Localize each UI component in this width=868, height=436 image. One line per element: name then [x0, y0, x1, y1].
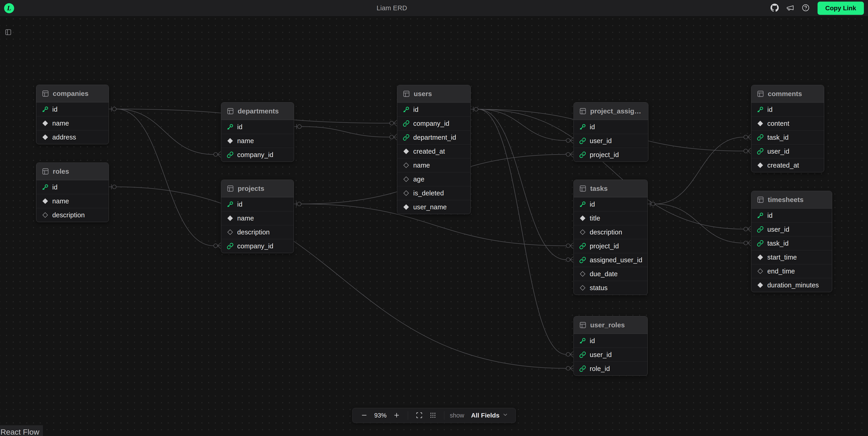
table-node-tasks[interactable]: tasksidtitledescriptionproject_idassigne… — [574, 180, 648, 295]
table-node-user_roles[interactable]: user_rolesiduser_idrole_id — [574, 316, 648, 376]
zoom-in-button[interactable] — [391, 408, 402, 423]
field-row-id: id — [221, 120, 294, 134]
field-name: id — [590, 337, 595, 345]
diagram-canvas[interactable]: companiesidnameaddressrolesidnamedescrip… — [0, 0, 868, 436]
table-header[interactable]: companies — [36, 85, 109, 102]
table-name: users — [414, 90, 432, 98]
field-name: id — [237, 123, 243, 131]
field-row-id: id — [36, 102, 109, 116]
table-node-project_assignments[interactable]: project_assignmentsiduser_idproject_id — [574, 102, 648, 162]
table-node-projects[interactable]: projectsidnamedescriptioncompany_id — [221, 180, 294, 253]
table-name: project_assignments — [590, 107, 642, 115]
table-icon — [579, 185, 587, 192]
table-node-departments[interactable]: departmentsidnamecompany_id — [221, 102, 294, 162]
table-node-comments[interactable]: commentsidcontenttask_iduser_idcreated_a… — [751, 85, 824, 173]
help-button[interactable] — [801, 3, 811, 13]
react-flow-attribution[interactable]: React Flow — [0, 425, 43, 436]
sidebar-toggle-button[interactable] — [4, 28, 13, 37]
plus-icon — [393, 412, 400, 419]
field-name: end_time — [767, 268, 795, 275]
field-row-name: name — [36, 116, 109, 130]
field-row-user_id: user_id — [751, 144, 824, 158]
show-mode-value: All Fields — [471, 412, 499, 419]
help-circle-icon — [802, 4, 810, 12]
field-row-duration_minutes: duration_minutes — [751, 278, 832, 292]
table-icon — [42, 168, 49, 175]
field-name: assigned_user_id — [590, 256, 643, 264]
field-name: id — [767, 106, 773, 114]
fit-view-button[interactable] — [413, 408, 425, 423]
not-null-icon — [42, 198, 49, 205]
field-name: id — [52, 184, 58, 191]
table-header[interactable]: users — [397, 85, 470, 102]
release-notes-button[interactable] — [785, 3, 795, 13]
megaphone-icon — [786, 4, 794, 12]
table-icon — [579, 107, 587, 115]
nullable-icon — [403, 176, 410, 183]
field-name: id — [767, 212, 773, 219]
table-header[interactable]: departments — [221, 102, 294, 120]
show-mode-dropdown[interactable]: All Fields — [470, 412, 509, 419]
nullable-icon — [757, 268, 764, 275]
field-row-title: title — [574, 211, 647, 225]
toolbar-divider — [408, 411, 408, 420]
not-null-icon — [757, 254, 764, 261]
table-icon — [757, 90, 764, 97]
primary-key-icon — [42, 106, 49, 113]
field-row-description: description — [221, 225, 293, 239]
field-name: department_id — [413, 134, 456, 141]
github-button[interactable] — [770, 3, 780, 13]
nullable-icon — [579, 284, 586, 291]
primary-key-icon — [579, 201, 586, 208]
table-node-companies[interactable]: companiesidnameaddress — [36, 85, 109, 144]
tidy-up-button[interactable] — [427, 408, 439, 423]
foreign-key-icon — [579, 137, 586, 144]
field-name: user_id — [767, 226, 789, 233]
table-node-timesheets[interactable]: timesheetsiduser_idtask_idstart_timeend_… — [751, 191, 832, 292]
table-header[interactable]: timesheets — [751, 191, 832, 209]
field-name: description — [590, 228, 622, 236]
table-icon — [757, 196, 764, 204]
field-name: company_id — [237, 242, 273, 250]
foreign-key-icon — [227, 243, 234, 249]
field-name: created_at — [413, 148, 445, 155]
field-row-user_id: user_id — [574, 134, 648, 148]
table-header[interactable]: projects — [221, 180, 293, 197]
field-name: description — [237, 228, 270, 236]
not-null-icon — [579, 215, 586, 222]
field-row-name: name — [397, 158, 470, 172]
field-name: created_at — [767, 162, 799, 169]
zoom-out-button[interactable] — [359, 408, 370, 423]
field-row-status: status — [574, 281, 647, 295]
field-name: name — [413, 162, 430, 169]
field-name: role_id — [590, 365, 610, 373]
field-name: id — [237, 201, 243, 208]
nullable-icon — [227, 229, 234, 236]
field-row-id: id — [751, 102, 824, 117]
table-header[interactable]: project_assignments — [574, 102, 648, 120]
primary-key-icon — [227, 201, 234, 208]
table-header[interactable]: comments — [751, 85, 824, 102]
field-name: id — [52, 106, 58, 113]
table-node-users[interactable]: usersidcompany_iddepartment_idcreated_at… — [397, 85, 471, 214]
field-row-company_id: company_id — [221, 148, 294, 162]
field-name: id — [590, 123, 595, 131]
liam-logo[interactable] — [4, 3, 14, 13]
table-header[interactable]: user_roles — [574, 316, 647, 334]
field-row-role_id: role_id — [574, 362, 647, 375]
fit-view-icon — [416, 412, 423, 419]
table-icon — [403, 90, 410, 97]
field-name: user_name — [413, 204, 447, 211]
primary-key-icon — [579, 124, 586, 130]
nullable-icon — [403, 162, 410, 169]
header-actions: Copy Link — [770, 2, 864, 15]
field-row-project_id: project_id — [574, 148, 648, 162]
nullable-icon — [42, 212, 49, 218]
copy-link-button[interactable]: Copy Link — [817, 2, 864, 15]
table-header[interactable]: roles — [36, 163, 109, 180]
table-node-roles[interactable]: rolesidnamedescription — [36, 162, 109, 222]
diagram-nodes: companiesidnameaddressrolesidnamedescrip… — [0, 0, 868, 436]
nullable-icon — [403, 190, 410, 196]
table-header[interactable]: tasks — [574, 180, 647, 197]
field-row-created_at: created_at — [751, 158, 824, 172]
